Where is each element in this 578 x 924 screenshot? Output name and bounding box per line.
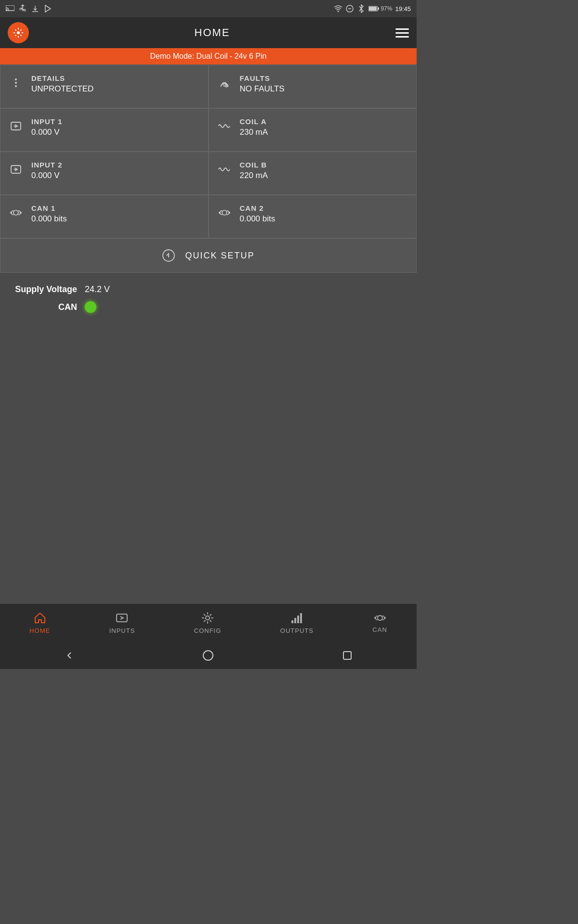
svg-point-51 bbox=[374, 617, 376, 619]
svg-point-25 bbox=[15, 78, 17, 80]
usb-icon bbox=[18, 4, 27, 13]
can2-card-value: 0.000 bits bbox=[240, 214, 276, 224]
coil-a-card[interactable]: COIL A 230 mA bbox=[209, 108, 417, 152]
cast-icon bbox=[6, 4, 14, 13]
supply-voltage-label: Supply Voltage bbox=[10, 284, 77, 295]
coil-a-card-value: 230 mA bbox=[240, 128, 268, 137]
faults-card[interactable]: FAULTS NO FAULTS bbox=[209, 65, 417, 108]
svg-point-26 bbox=[15, 82, 17, 84]
quick-setup-label: QUICK SETUP bbox=[185, 251, 254, 261]
coil-b-card-title: COIL B bbox=[240, 161, 268, 169]
svg-point-45 bbox=[206, 616, 210, 620]
coil-b-card[interactable]: COIL B 220 mA bbox=[209, 152, 417, 195]
inputs-nav-label: INPUTS bbox=[109, 627, 135, 634]
status-section: Supply Voltage 24.2 V CAN bbox=[0, 273, 417, 324]
input2-icon bbox=[8, 162, 24, 177]
header: HOME bbox=[0, 17, 417, 48]
faults-icon bbox=[217, 75, 232, 90]
faults-card-title: FAULTS bbox=[240, 74, 285, 82]
svg-point-9 bbox=[338, 11, 339, 13]
input2-card[interactable]: INPUT 2 0.000 V bbox=[0, 152, 209, 195]
can-indicator-dot bbox=[85, 301, 96, 313]
battery-status: 97% bbox=[368, 5, 392, 12]
svg-rect-47 bbox=[294, 618, 296, 623]
page-title: HOME bbox=[195, 26, 230, 39]
wifi-icon bbox=[334, 4, 342, 13]
coil-a-icon bbox=[217, 118, 232, 134]
recents-button[interactable] bbox=[338, 646, 357, 665]
can1-card-value: 0.000 bits bbox=[31, 214, 67, 224]
svg-rect-4 bbox=[20, 8, 22, 10]
nav-item-inputs[interactable]: INPUTS bbox=[102, 608, 143, 638]
svg-point-52 bbox=[384, 617, 386, 619]
bluetooth-icon bbox=[357, 4, 366, 13]
svg-point-41 bbox=[228, 212, 230, 214]
home-button[interactable] bbox=[198, 646, 218, 665]
svg-point-1 bbox=[6, 10, 7, 12]
supply-voltage-row: Supply Voltage 24.2 V bbox=[10, 284, 407, 295]
can1-card-title: CAN 1 bbox=[31, 204, 67, 212]
bottom-nav: HOME INPUTS CONFIG OUTP bbox=[0, 603, 417, 642]
download-icon bbox=[31, 4, 39, 13]
demo-banner: Demo Mode: Dual Coil - 24v 6 Pin bbox=[0, 48, 417, 64]
home-nav-label: HOME bbox=[29, 627, 50, 634]
svg-rect-14 bbox=[378, 8, 379, 10]
home-nav-icon bbox=[34, 612, 46, 624]
svg-point-27 bbox=[15, 85, 17, 87]
can2-card[interactable]: CAN 2 0.000 bits bbox=[209, 195, 417, 238]
coil-b-icon bbox=[217, 162, 232, 177]
nav-item-config[interactable]: CONFIG bbox=[186, 608, 229, 638]
status-bar-left-icons bbox=[6, 4, 52, 13]
coil-a-card-title: COIL A bbox=[240, 117, 268, 126]
back-button[interactable] bbox=[60, 646, 79, 665]
can-nav-label: CAN bbox=[372, 626, 387, 633]
quick-setup-icon bbox=[162, 249, 175, 262]
coil-b-card-value: 220 mA bbox=[240, 171, 268, 180]
svg-rect-13 bbox=[369, 7, 377, 11]
status-bar: 97% 19:45 bbox=[0, 0, 417, 17]
can-nav-icon bbox=[374, 613, 386, 623]
input1-card[interactable]: INPUT 1 0.000 V bbox=[0, 108, 209, 152]
play-icon bbox=[43, 4, 52, 13]
clock: 19:45 bbox=[395, 5, 411, 13]
svg-point-53 bbox=[203, 651, 213, 660]
svg-marker-8 bbox=[45, 5, 51, 12]
outputs-nav-icon bbox=[290, 612, 303, 624]
hamburger-menu-button[interactable] bbox=[395, 28, 409, 38]
details-card-title: DETAILS bbox=[31, 74, 93, 82]
svg-rect-46 bbox=[291, 620, 293, 623]
svg-rect-54 bbox=[343, 652, 351, 659]
svg-rect-49 bbox=[300, 613, 302, 623]
details-icon bbox=[8, 75, 24, 90]
details-card-value: UNPROTECTED bbox=[31, 84, 93, 94]
svg-rect-48 bbox=[297, 616, 299, 623]
app-logo bbox=[8, 22, 29, 43]
svg-point-16 bbox=[17, 31, 20, 34]
config-nav-label: CONFIG bbox=[194, 627, 222, 634]
config-nav-icon bbox=[201, 612, 214, 624]
outputs-nav-label: OUTPUTS bbox=[280, 627, 314, 634]
can2-card-title: CAN 2 bbox=[240, 204, 276, 212]
can1-card[interactable]: CAN 1 0.000 bits bbox=[0, 195, 209, 238]
input1-card-title: INPUT 1 bbox=[31, 117, 63, 126]
input1-icon bbox=[8, 118, 24, 134]
dnd-icon bbox=[345, 4, 354, 13]
can-status-row: CAN bbox=[10, 301, 407, 313]
svg-rect-44 bbox=[117, 614, 127, 622]
system-nav-bar bbox=[0, 642, 417, 669]
nav-item-home[interactable]: HOME bbox=[22, 608, 58, 638]
can2-icon bbox=[217, 205, 232, 220]
nav-item-can[interactable]: CAN bbox=[365, 609, 394, 637]
svg-point-37 bbox=[10, 212, 12, 214]
cards-grid: DETAILS UNPROTECTED FAULTS NO FAULTS bbox=[0, 64, 417, 238]
details-card[interactable]: DETAILS UNPROTECTED bbox=[0, 65, 209, 108]
input1-card-value: 0.000 V bbox=[31, 128, 63, 137]
faults-card-value: NO FAULTS bbox=[240, 84, 285, 94]
nav-item-outputs[interactable]: OUTPUTS bbox=[273, 608, 321, 638]
quick-setup-button[interactable]: QUICK SETUP bbox=[0, 238, 417, 273]
inputs-nav-icon bbox=[116, 612, 128, 624]
can1-icon bbox=[8, 205, 24, 220]
input2-card-value: 0.000 V bbox=[31, 171, 63, 180]
svg-point-40 bbox=[219, 212, 221, 214]
supply-voltage-value: 24.2 V bbox=[85, 284, 110, 295]
